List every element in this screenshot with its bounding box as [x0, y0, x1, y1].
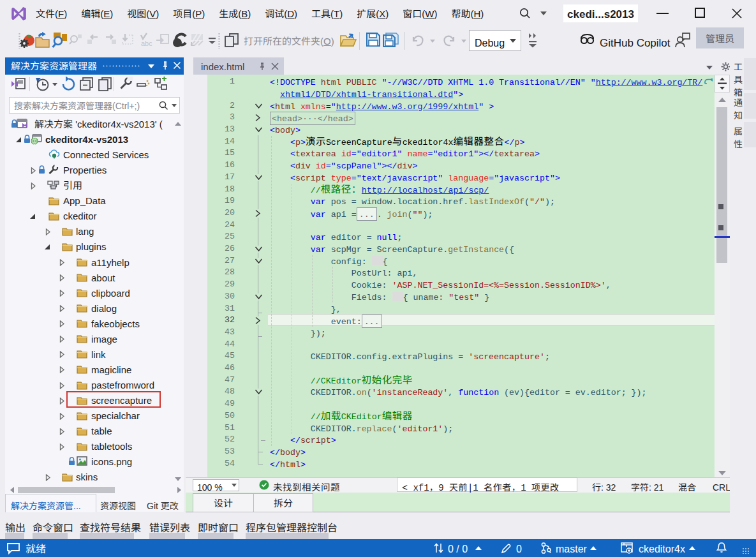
svg-text:abc: abc: [141, 40, 152, 47]
